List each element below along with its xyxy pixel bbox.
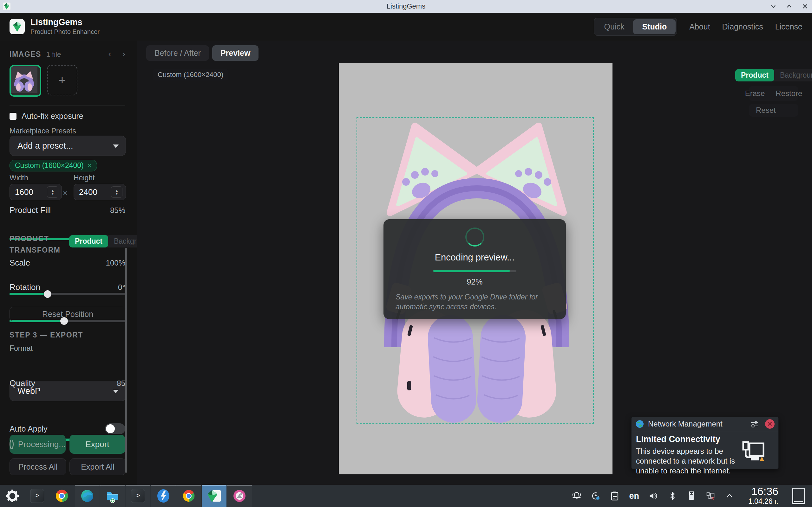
product-fill-label: Product Fill — [9, 205, 51, 215]
presets-label: Marketplace Presets — [9, 127, 76, 135]
rotation-label: Rotation — [9, 282, 40, 292]
height-stepper[interactable]: ▴▾ — [111, 186, 122, 198]
reset-panel: Reset — [749, 104, 798, 117]
chrome-launcher[interactable] — [49, 485, 74, 507]
image-thumbnail-selected[interactable] — [9, 65, 41, 97]
app-subtitle: Product Photo Enhancer — [31, 28, 100, 36]
images-prev-icon[interactable]: ‹ — [108, 49, 111, 59]
step3-header: STEP 3 — EXPORT — [9, 331, 83, 339]
transform-product-button[interactable]: Product — [69, 235, 108, 247]
scale-slider[interactable] — [9, 293, 125, 295]
photos-icon — [233, 489, 246, 503]
terminal-launcher[interactable]: > — [25, 485, 49, 507]
tray-expand-icon[interactable] — [725, 491, 734, 501]
notification-body: This device appears to be connected to a… — [636, 446, 738, 476]
about-link[interactable]: About — [689, 22, 710, 32]
license-link[interactable]: License — [775, 22, 803, 32]
bluetooth-icon[interactable] — [668, 491, 677, 501]
os-titlebar: ListingGems — [0, 0, 812, 13]
clipboard-icon[interactable] — [610, 491, 619, 501]
canvas-size-badge: Custom (1600×2400) — [153, 69, 229, 80]
diagnostics-link[interactable]: Diagnostics — [722, 22, 763, 32]
window-maximize-button[interactable] — [785, 3, 793, 10]
task-image-viewer[interactable] — [227, 485, 252, 507]
sidebar-scrollbar[interactable] — [125, 248, 127, 473]
width-stepper[interactable]: ▴▾ — [47, 186, 58, 198]
images-next-icon[interactable]: › — [122, 49, 125, 59]
chip-remove-button[interactable]: × — [88, 162, 92, 170]
blue-app-icon — [157, 489, 170, 503]
notification-popup: Network Management ✕ Limited Connectivit… — [631, 417, 779, 469]
add-image-tile[interactable]: + — [47, 65, 78, 95]
export-button[interactable]: Export — [69, 435, 125, 454]
app-logo — [9, 19, 25, 34]
listinggems-icon — [207, 489, 221, 503]
notification-title: Limited Connectivity — [636, 435, 738, 444]
reset-position-button[interactable]: Reset Position — [9, 307, 126, 321]
notification-close-button[interactable]: ✕ — [765, 419, 774, 429]
terminal-icon: > — [131, 489, 145, 503]
window-close-button[interactable] — [801, 3, 809, 10]
reset-button[interactable]: Reset — [756, 106, 776, 115]
quality-value: 85 — [117, 379, 125, 388]
chrome-icon — [55, 489, 69, 503]
images-count: 1 file — [46, 50, 61, 59]
task-konsole[interactable]: > — [125, 485, 150, 507]
network-disconnected-icon[interactable] — [706, 491, 715, 501]
clock[interactable]: 16:36 1.04.26 г. — [748, 486, 778, 506]
sidebar-divider — [9, 106, 125, 106]
encoding-tip: Save exports to your Google Drive folder… — [384, 292, 566, 312]
autofix-label: Auto-fix exposure — [21, 112, 84, 121]
app-window: ListingGems Product Photo Enhancer Quick… — [0, 13, 812, 485]
task-chrome-window[interactable] — [176, 485, 201, 507]
window-minimize-button[interactable] — [769, 3, 777, 10]
height-value: 2400 — [79, 187, 97, 197]
notifications-bell-icon[interactable] — [572, 491, 581, 501]
processing-button[interactable]: Processing... — [9, 435, 66, 454]
app-launcher-button[interactable] — [0, 485, 25, 507]
notification-app-name: Network Management — [648, 419, 722, 429]
autofix-checkbox[interactable] — [9, 113, 16, 120]
kde-gear-icon — [5, 489, 19, 503]
show-desktop-button[interactable] — [792, 488, 805, 504]
preview-canvas[interactable]: Encoding preview... 92% Save exports to … — [339, 63, 612, 474]
height-label: Height — [73, 174, 95, 182]
mode-switch: Quick Studio — [594, 18, 677, 36]
process-all-button[interactable]: Process All — [9, 458, 66, 475]
task-edge[interactable] — [75, 485, 100, 507]
usb-device-icon[interactable] — [687, 491, 696, 501]
layer-background-button[interactable]: Background — [774, 69, 812, 81]
progress-spinner-icon — [465, 228, 484, 246]
height-input[interactable]: 2400 ▴▾ — [73, 184, 126, 200]
export-all-button[interactable]: Export All — [69, 458, 126, 475]
tab-preview[interactable]: Preview — [212, 45, 259, 61]
width-value: 1600 — [15, 187, 33, 197]
task-blue-app[interactable] — [151, 485, 176, 507]
edge-icon — [81, 489, 94, 503]
task-file-manager[interactable] — [100, 485, 125, 507]
mode-quick-button[interactable]: Quick — [595, 19, 633, 34]
sidebar: IMAGES 1 file ‹ › + Auto-fix exposure Ma… — [0, 41, 137, 485]
tab-before-after[interactable]: Before / After — [146, 45, 209, 61]
transform-header: PRODUCT TRANSFORM — [9, 233, 60, 256]
keyboard-layout-indicator[interactable]: en — [629, 491, 639, 501]
notification-configure-icon[interactable] — [750, 419, 759, 429]
width-input[interactable]: 1600 ▴▾ — [9, 184, 62, 200]
encoding-progress-bar — [433, 270, 516, 272]
preset-select[interactable]: Add a preset... — [9, 135, 126, 156]
volume-icon[interactable] — [649, 491, 658, 501]
auto-apply-toggle[interactable] — [105, 424, 125, 434]
updates-icon[interactable] — [591, 491, 600, 501]
window-title: ListingGems — [0, 2, 812, 10]
mode-studio-button[interactable]: Studio — [633, 19, 676, 34]
dims-separator: × — [63, 188, 67, 198]
chevron-down-icon — [113, 145, 119, 148]
terminal-icon: > — [30, 489, 44, 503]
layer-product-button[interactable]: Product — [735, 69, 774, 81]
app-header: ListingGems Product Photo Enhancer Quick… — [0, 13, 812, 41]
task-listinggems-active[interactable] — [202, 485, 226, 507]
restore-button[interactable]: Restore — [775, 89, 802, 98]
chrome-icon — [182, 489, 195, 503]
gem-icon — [11, 20, 23, 33]
erase-button[interactable]: Erase — [745, 89, 765, 98]
